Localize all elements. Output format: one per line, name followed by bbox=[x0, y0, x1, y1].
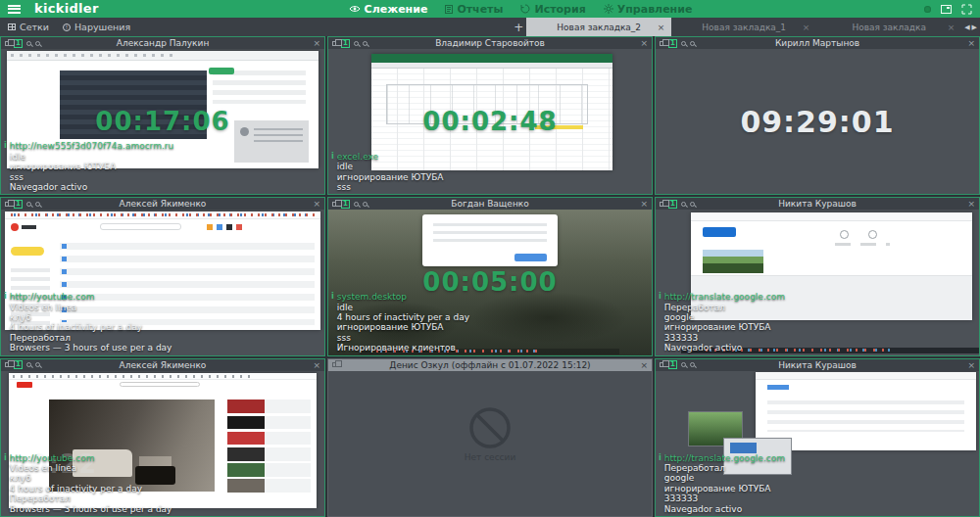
add-tab-button[interactable]: + bbox=[511, 21, 526, 34]
active-app-link[interactable]: http://new555f3d070f74a.amocrm.ru bbox=[10, 141, 173, 151]
screen-preview[interactable]: 00:02:48 i excel.exe idle игнорирование … bbox=[328, 49, 652, 194]
mock-label-lines bbox=[835, 243, 890, 246]
active-app-link[interactable]: http://youtube.com bbox=[10, 453, 172, 463]
status-overlay: i http://new555f3d070f74a.amocrm.ru idle… bbox=[4, 141, 173, 192]
screen-preview[interactable]: 00:05:00 i system.desktop idle 4 hours o… bbox=[328, 210, 652, 354]
mock-thumbnail-list bbox=[227, 400, 311, 502]
close-icon[interactable]: × bbox=[313, 359, 320, 371]
nav-monitoring[interactable]: Слежение bbox=[349, 3, 428, 16]
zoom-in-icon[interactable] bbox=[354, 41, 359, 46]
monitor-count-badge[interactable]: 1 bbox=[341, 39, 350, 48]
tab-new-bookmark-1[interactable]: Новая закладка_1 × bbox=[671, 18, 816, 36]
layout-icon[interactable] bbox=[332, 362, 337, 367]
violation-text: Navegador activo bbox=[10, 182, 173, 192]
close-icon[interactable]: × bbox=[640, 37, 648, 49]
monitor-count: 1 bbox=[670, 360, 675, 368]
monitor-count-badge[interactable]: 1 bbox=[14, 39, 23, 48]
info-marker-icon: i bbox=[331, 152, 334, 193]
monitor-tile[interactable]: 1 Александр Палукин × 00:17:06 bbox=[0, 36, 325, 195]
zoom-in-icon[interactable] bbox=[26, 41, 31, 46]
active-app-link[interactable]: excel.exe bbox=[337, 152, 444, 162]
close-icon[interactable]: × bbox=[967, 37, 975, 49]
monitor-tile[interactable]: 1 Богдан Ващенко × 00:05:00 i system.des… bbox=[327, 197, 653, 355]
active-app-link[interactable]: system.desktop bbox=[337, 292, 469, 302]
tab-close-icon[interactable]: × bbox=[803, 23, 810, 32]
zoom-in-icon[interactable] bbox=[26, 362, 31, 367]
nav-reports[interactable]: Отчеты bbox=[445, 3, 503, 16]
violation-text: sss bbox=[337, 333, 469, 343]
layout-icon[interactable] bbox=[332, 202, 337, 207]
screen-preview[interactable]: 00:17:06 i http://new555f3d070f74a.amocr… bbox=[1, 49, 324, 194]
layout-icon[interactable] bbox=[660, 362, 664, 367]
violation-text: игнорирование ЮТУБА bbox=[337, 172, 444, 182]
monitor-tile[interactable]: 1 Владимир Старовойтов × 00:02:48 bbox=[327, 36, 653, 195]
screen-preview[interactable]: i http://youtube.com Videos en línea клу… bbox=[1, 210, 324, 354]
main-nav: Слежение Отчеты История Управление bbox=[349, 3, 693, 16]
monitor-tile[interactable]: 1 Алексей Якименко × 0:22 bbox=[0, 358, 325, 517]
violation-text: 333333 bbox=[664, 494, 785, 503]
layout-icon[interactable] bbox=[5, 362, 10, 367]
close-icon[interactable]: × bbox=[313, 198, 320, 210]
violations-icon bbox=[63, 24, 71, 31]
violations-button[interactable]: Нарушения bbox=[63, 22, 130, 32]
monitor-count-badge[interactable]: 1 bbox=[668, 200, 677, 209]
grids-button[interactable]: Сетки bbox=[8, 22, 49, 32]
violation-text: 4 hours of inactivity per a day bbox=[10, 322, 172, 332]
screen-preview[interactable]: 09:29:01 bbox=[656, 49, 979, 194]
monitor-tile[interactable]: 1 Никита Курашов × bbox=[655, 197, 980, 355]
close-icon[interactable]: × bbox=[640, 198, 648, 210]
tab-close-icon[interactable]: × bbox=[948, 23, 956, 32]
close-icon[interactable]: × bbox=[640, 359, 648, 371]
close-icon[interactable]: × bbox=[967, 359, 975, 371]
screen-preview[interactable]: Нет сессии bbox=[328, 371, 652, 516]
zoom-in-icon[interactable] bbox=[681, 202, 686, 207]
hamburger-menu-icon[interactable] bbox=[8, 5, 21, 14]
zoom-in-icon[interactable] bbox=[354, 202, 359, 207]
tab-new-bookmark-2[interactable]: Новая закладка_2 × bbox=[526, 18, 671, 36]
close-icon[interactable]: × bbox=[313, 37, 320, 49]
tab-scroll-left-icon[interactable]: ◀ bbox=[964, 24, 969, 31]
employee-name: Алексей Якименко bbox=[40, 359, 285, 371]
zoom-in-icon[interactable] bbox=[26, 202, 31, 207]
active-app-link[interactable]: http://translate.google.com bbox=[664, 292, 785, 302]
layout-icon[interactable] bbox=[332, 41, 337, 46]
mock-youtube-logo bbox=[17, 382, 32, 388]
screen-preview[interactable]: i http://translate.google.com Переработа… bbox=[656, 210, 979, 354]
close-icon[interactable]: × bbox=[967, 198, 975, 210]
screen-preview[interactable]: 0:22 i http://youtube.com Videos en líne… bbox=[1, 371, 324, 516]
zoom-in-icon[interactable] bbox=[681, 41, 686, 46]
tile-header: 1 Александр Палукин × bbox=[1, 37, 324, 49]
monitor-tile[interactable]: 1 Кирилл Мартынов × 09:29:01 bbox=[655, 36, 980, 195]
layout-icon[interactable] bbox=[660, 41, 664, 46]
active-app-link[interactable]: http://translate.google.com bbox=[664, 453, 785, 463]
monitor-count: 1 bbox=[16, 200, 21, 208]
tab-close-icon[interactable]: × bbox=[658, 23, 665, 32]
violation-text: 333333 bbox=[664, 333, 785, 343]
monitor-count-badge[interactable]: 1 bbox=[668, 39, 677, 48]
nav-history[interactable]: История bbox=[520, 3, 585, 16]
screen-preview[interactable]: i http://translate.google.com Переработа… bbox=[656, 371, 979, 516]
monitor-count-badge[interactable]: 1 bbox=[14, 200, 23, 209]
tile-header: 1 Алексей Якименко × bbox=[1, 359, 324, 371]
monitor-count-badge[interactable]: 1 bbox=[341, 200, 350, 209]
monitor-tile-offline[interactable]: Денис Озкул (оффлайн с 01.07.2022 15:12)… bbox=[327, 358, 653, 517]
nav-management[interactable]: Управление bbox=[604, 3, 693, 16]
active-app-link[interactable]: http://youtube.com bbox=[10, 292, 172, 302]
layout-icon[interactable] bbox=[5, 41, 10, 46]
monitor-tile[interactable]: 1 Никита Курашов × i h bbox=[655, 358, 980, 517]
tile-header: 1 Алексей Якименко × bbox=[1, 198, 324, 210]
monitor-count-badge[interactable]: 1 bbox=[668, 360, 677, 369]
tab-scroll-right-icon[interactable]: ▶ bbox=[972, 24, 977, 31]
window-icon[interactable] bbox=[941, 4, 952, 14]
tab-new-bookmark[interactable]: Новая закладка × bbox=[816, 18, 961, 36]
zoom-in-icon[interactable] bbox=[681, 362, 686, 367]
tile-header-icons: 1 bbox=[1, 200, 40, 209]
layout-icon[interactable] bbox=[660, 202, 664, 207]
violation-text: sss bbox=[10, 172, 173, 182]
layout-icon[interactable] bbox=[5, 202, 10, 207]
violation-text: Browsers — 3 hours of use per a day bbox=[10, 343, 172, 352]
fullscreen-icon[interactable] bbox=[961, 4, 972, 15]
monitor-count-badge[interactable]: 1 bbox=[14, 360, 23, 369]
reports-icon bbox=[445, 5, 453, 14]
monitor-tile[interactable]: 1 Алексей Якименко × bbox=[0, 197, 325, 355]
